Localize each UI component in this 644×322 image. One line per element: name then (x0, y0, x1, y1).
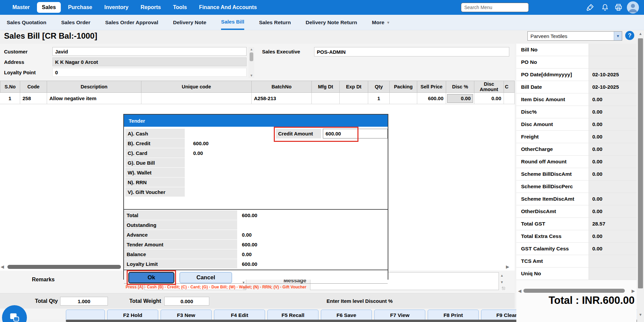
printer-icon[interactable] (614, 3, 623, 12)
row-cell-exp-dt[interactable] (340, 93, 368, 104)
f6-save-button[interactable]: F6 Save (321, 310, 372, 321)
f3-new-button[interactable]: F3 New (161, 310, 212, 321)
col-header-mfg-dt[interactable]: Mfg Dt (312, 81, 340, 93)
address-field[interactable] (52, 57, 247, 66)
sidebar-value[interactable]: 0.00 (589, 230, 637, 242)
message-scroll-down-icon[interactable]: ▼ (500, 280, 504, 285)
scroll-up-icon[interactable]: ▲ (637, 32, 644, 36)
total-weight-field[interactable]: 0.000 (164, 297, 209, 306)
cancel-button[interactable]: Cancel (179, 272, 232, 283)
scroll-left-icon[interactable]: ◀ (1, 264, 4, 270)
scrollbar-thumb[interactable] (250, 52, 253, 61)
tab-delivery-note-return[interactable]: Delivery Note Return (306, 15, 357, 30)
sidebar-value[interactable]: 0.00 (589, 131, 637, 143)
scroll-down-icon[interactable]: ▼ (249, 73, 254, 78)
tab-sales-order[interactable]: Sales Order (61, 15, 90, 30)
tab-delivery-note[interactable]: Delivery Note (173, 15, 206, 30)
scroll-left-icon[interactable]: ◀ (518, 288, 521, 294)
menu-item-sales[interactable]: Sales (37, 2, 61, 13)
sales-executive-field[interactable] (314, 47, 509, 56)
total-qty-field[interactable]: 1.000 (60, 297, 108, 306)
col-header-unique-code[interactable]: Unique code (141, 81, 252, 93)
sidebar-horizontal-scrollbar[interactable]: ◀ ▶ (518, 288, 635, 293)
sidebar-value[interactable] (589, 180, 637, 193)
tab-sales-bill[interactable]: Sales Bill (221, 15, 244, 30)
ok-button[interactable]: Ok (128, 272, 174, 283)
tender-dialog-title[interactable]: Tender (124, 115, 388, 127)
message-resize-grip[interactable] (502, 287, 505, 290)
col-header-qty[interactable]: Qty (368, 81, 390, 93)
help-icon[interactable]: ? (625, 31, 634, 40)
scroll-down-icon[interactable]: ▼ (637, 313, 644, 317)
menu-item-reports[interactable]: Reports (135, 2, 166, 13)
brush-icon[interactable] (586, 3, 595, 12)
tab-more[interactable]: More▼ (372, 15, 390, 30)
sidebar-value[interactable]: 0.00 (589, 193, 637, 205)
sidebar-value[interactable]: 02-10-2025 (589, 69, 637, 81)
menu-item-finance[interactable]: Finance And Accounts (194, 2, 262, 13)
sidebar-value[interactable]: 0.00 (589, 243, 637, 255)
payment-row-due-bill[interactable]: G). Due Bill (125, 158, 386, 167)
f7-view-button[interactable]: F7 View (374, 310, 425, 321)
row-cell-sell-price[interactable]: 600.00 (417, 93, 446, 104)
sidebar-value[interactable]: 0.00 (589, 168, 637, 180)
tab-sales-return[interactable]: Sales Return (259, 15, 291, 30)
col-header-exp-dt[interactable]: Exp Dt (340, 81, 368, 93)
message-scroll-up-icon[interactable]: ▲ (500, 273, 504, 278)
col-header-sno[interactable]: S.No (0, 81, 20, 93)
menu-item-master[interactable]: Master (7, 2, 35, 13)
f8-print-button[interactable]: F8 Print (428, 310, 479, 321)
col-header-disc-pct[interactable]: Disc % (446, 81, 474, 93)
menu-item-inventory[interactable]: Inventory (99, 2, 133, 13)
sidebar-value[interactable]: 0.00 (589, 118, 637, 130)
row-cell-disc-amount[interactable]: 0.00 (474, 93, 504, 104)
payment-row-rrn[interactable]: N). RRN (125, 177, 386, 187)
col-header-code[interactable]: Code (20, 81, 47, 93)
row-cell-packing[interactable] (390, 93, 417, 104)
col-header-disc-amount[interactable]: Disc Amount (474, 81, 504, 93)
menu-item-tools[interactable]: Tools (168, 2, 192, 13)
col-header-batchno[interactable]: BatchNo (252, 81, 312, 93)
disc-pct-input[interactable]: 0.00 (447, 94, 473, 103)
sidebar-value[interactable] (589, 56, 637, 68)
scroll-right-icon[interactable]: ▶ (506, 264, 509, 270)
sidebar-value[interactable]: 02-10-2025 (589, 81, 637, 93)
scrollbar-thumb[interactable] (638, 38, 643, 288)
credit-amount-input[interactable] (323, 129, 388, 138)
sidebar-value[interactable]: 0.00 (589, 156, 637, 168)
col-header-description[interactable]: Description (47, 81, 141, 93)
payment-row-gift-voucher[interactable]: V). Gift Voucher (125, 187, 386, 197)
sidebar-value[interactable] (589, 255, 637, 267)
sidebar-value[interactable]: 0.00 (589, 205, 637, 217)
row-cell-qty[interactable]: 1 (368, 93, 390, 104)
sidebar-value[interactable] (589, 268, 637, 280)
user-avatar[interactable] (627, 1, 639, 13)
row-cell-disc-pct[interactable]: 0.00 (446, 93, 474, 104)
col-header-packing[interactable]: Packing (390, 81, 417, 93)
payment-row-card[interactable]: C). Card0.00 (125, 148, 386, 158)
search-input[interactable] (461, 3, 529, 12)
f2-hold-button[interactable]: F2 Hold (107, 310, 158, 321)
sidebar-value[interactable]: 28.57 (589, 218, 637, 230)
scrollbar-thumb[interactable] (7, 265, 121, 269)
customer-field[interactable] (52, 47, 247, 56)
sidebar-value[interactable]: 0.00 (589, 143, 637, 155)
loyalty-point-field[interactable] (52, 68, 247, 77)
fn-blank-button[interactable] (66, 310, 105, 321)
scroll-up-icon[interactable]: ▲ (249, 47, 254, 52)
row-cell-batchno[interactable]: A258-213 (252, 93, 312, 104)
menu-item-purchase[interactable]: Purchase (63, 2, 97, 13)
f5-recall-button[interactable]: F5 Recall (267, 310, 318, 321)
scrollbar-thumb[interactable] (523, 289, 625, 293)
row-cell-unique-code[interactable] (141, 93, 252, 104)
customer-scrollbar[interactable]: ▲ ▼ (249, 47, 254, 78)
f4-edit-button[interactable]: F4 Edit (214, 310, 265, 321)
row-cell-code[interactable]: 258 (20, 93, 47, 104)
row-cell-description[interactable]: Allow negative item (47, 93, 141, 104)
sidebar-value[interactable]: 0.00 (589, 93, 637, 106)
row-cell-mfg-dt[interactable] (312, 93, 340, 104)
company-select[interactable]: Parveen Textiles ▼ (527, 31, 622, 41)
payment-row-wallet[interactable]: W). Wallet (125, 168, 386, 177)
sidebar-value[interactable]: 0.00 (589, 106, 637, 118)
main-vertical-scrollbar[interactable]: ▲ ▼ (637, 31, 644, 322)
